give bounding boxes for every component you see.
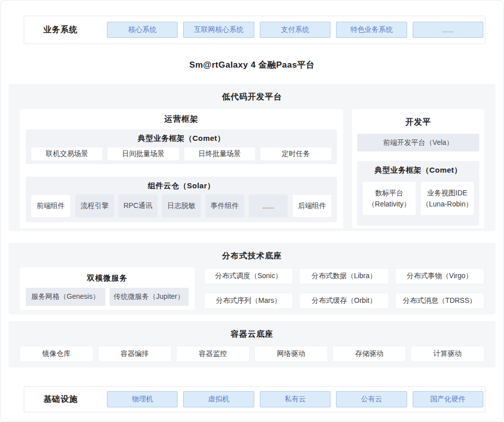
card-relativity-code: （Relativity）	[368, 198, 411, 209]
comet-framework-title: 典型业务框架（Comet）	[31, 129, 332, 143]
architecture-diagram-page: 业务系统 核心系统 互联网核心系统 支付系统 特色业务系统 ...... Sm@…	[0, 0, 504, 422]
component-backend[interactable]: 后端组件	[292, 194, 332, 218]
scenario-scheduled-task[interactable]: 定时任务	[260, 147, 332, 161]
business-system-special[interactable]: 特色业务系统	[336, 22, 407, 38]
card-ide-name: 业务视图IDE	[427, 187, 467, 198]
network-driver[interactable]: 网络驱动	[254, 346, 328, 362]
distributed-services-grid: 分布式调度（Sonic） 分布式数据（Libra） 分布式事物（Virgo） 分…	[204, 268, 484, 310]
distributed-message-tdrss[interactable]: 分布式消息（TDRSS）	[395, 293, 484, 309]
infrastructure-label: 基础设施	[43, 394, 78, 405]
dev-platform-box: 开发平 前端开发平台（Vela） 典型业务框架（Comet） 数标平台 （Rel…	[352, 109, 484, 228]
distributed-sequence-mars[interactable]: 分布式序列（Mars）	[204, 293, 293, 309]
solar-component-section: 组件云仓（Solar） 前端组件 流程引擎 RPC通讯 日志脱敏 事件组件 ..…	[26, 177, 337, 222]
business-systems-label: 业务系统	[43, 25, 78, 35]
infra-public-cloud[interactable]: 公有云	[336, 391, 407, 407]
dev-comet-section: 典型业务框架（Comet） 数标平台 （Relativity） 业务视图IDE …	[357, 161, 479, 226]
scenario-daytime-batch[interactable]: 日间批量场景	[107, 147, 179, 161]
lowcode-platform-title: 低代码开发平台	[20, 84, 484, 102]
business-systems-buttons: 核心系统 互联网核心系统 支付系统 特色业务系统 ......	[107, 22, 483, 38]
infrastructure-buttons: 物理机 虚拟机 私有云 公有云 国产化硬件	[107, 391, 483, 407]
distributed-base-panel: 分布式技术底座 双模微服务 服务网格（Genesis） 传统微服务（Jupite…	[9, 243, 495, 314]
comet-framework-items: 联机交易场景 日间批量场景 日终批量场景 定时任务	[31, 147, 332, 161]
card-business-view-ide[interactable]: 业务视图IDE （Luna-Robin）	[420, 181, 474, 216]
compute-driver[interactable]: 计算驱动	[411, 346, 484, 362]
solar-component-items: 前端组件 流程引擎 RPC通讯 日志脱敏 事件组件 ...... 后端组件	[31, 194, 332, 218]
scenario-endofday-batch[interactable]: 日终批量场景	[184, 147, 256, 161]
page-title: Sm@rtGalaxy 4 金融Paas平台	[1, 59, 503, 71]
card-ide-code: （Luna-Robin）	[422, 198, 472, 209]
ops-framework-box: 运营框架 典型业务框架（Comet） 联机交易场景 日间批量场景 日终批量场景 …	[20, 109, 343, 228]
component-event[interactable]: 事件组件	[205, 194, 244, 218]
distributed-base-body: 双模微服务 服务网格（Genesis） 传统微服务（Jupiter） 分布式调度…	[20, 268, 484, 310]
dual-mode-title: 双模微服务	[26, 268, 189, 283]
component-frontend[interactable]: 前端组件	[31, 194, 71, 218]
component-rpc[interactable]: RPC通讯	[119, 194, 157, 218]
scenario-online-trade[interactable]: 联机交易场景	[31, 147, 103, 161]
infra-virtual-machine[interactable]: 虚拟机	[183, 391, 254, 407]
distributed-data-libra[interactable]: 分布式数据（Libra）	[299, 268, 388, 284]
business-system-payment[interactable]: 支付系统	[260, 22, 330, 38]
service-mesh-genesis[interactable]: 服务网格（Genesis）	[26, 288, 105, 306]
dev-comet-title: 典型业务框架（Comet）	[362, 161, 474, 175]
image-registry[interactable]: 镜像仓库	[20, 346, 93, 362]
component-workflow-engine[interactable]: 流程引擎	[75, 194, 114, 218]
business-system-internet-core[interactable]: 互联网核心系统	[183, 22, 254, 38]
infra-domestic-hardware[interactable]: 国产化硬件	[413, 391, 483, 407]
card-relativity-platform[interactable]: 数标平台 （Relativity）	[362, 181, 416, 216]
container-monitoring[interactable]: 容器监控	[176, 346, 250, 362]
traditional-microservice-jupiter[interactable]: 传统微服务（Jupiter）	[109, 288, 189, 306]
container-base-panel: 容器云底座 镜像仓库 容器编排 容器监控 网络驱动 存储驱动 计算驱动	[9, 321, 495, 367]
distributed-cache-orbit[interactable]: 分布式缓存（Orbit）	[299, 293, 388, 309]
ops-framework-title: 运营框架	[26, 109, 337, 125]
dev-platform-title: 开发平	[357, 109, 479, 128]
dual-mode-items: 服务网格（Genesis） 传统微服务（Jupiter）	[26, 288, 189, 306]
distributed-transaction-virgo[interactable]: 分布式事物（Virgo）	[395, 268, 484, 284]
dual-mode-microservice-box: 双模微服务 服务网格（Genesis） 传统微服务（Jupiter）	[20, 268, 195, 310]
component-more[interactable]: ......	[249, 194, 288, 218]
component-log-masking[interactable]: 日志脱敏	[162, 194, 201, 218]
business-system-more[interactable]: ......	[413, 22, 483, 38]
card-relativity-name: 数标平台	[375, 187, 403, 198]
lowcode-platform-panel: 低代码开发平台 运营框架 典型业务框架（Comet） 联机交易场景 日间批量场景…	[9, 84, 495, 231]
dev-comet-cards: 数标平台 （Relativity） 业务视图IDE （Luna-Robin）	[362, 181, 474, 216]
container-base-title: 容器云底座	[20, 321, 484, 340]
distributed-scheduler-sonic[interactable]: 分布式调度（Sonic）	[204, 268, 293, 284]
comet-framework-section: 典型业务框架（Comet） 联机交易场景 日间批量场景 日终批量场景 定时任务	[26, 129, 337, 164]
business-system-core[interactable]: 核心系统	[107, 22, 178, 38]
container-orchestration[interactable]: 容器编排	[98, 346, 172, 362]
infra-private-cloud[interactable]: 私有云	[260, 391, 330, 407]
frontend-dev-platform-vela[interactable]: 前端开发平台（Vela）	[357, 134, 479, 151]
lowcode-platform-body: 运营框架 典型业务框架（Comet） 联机交易场景 日间批量场景 日终批量场景 …	[20, 109, 484, 228]
container-base-items: 镜像仓库 容器编排 容器监控 网络驱动 存储驱动 计算驱动	[20, 346, 484, 362]
infra-physical-machine[interactable]: 物理机	[107, 391, 178, 407]
solar-component-title: 组件云仓（Solar）	[31, 177, 332, 191]
business-systems-row: 业务系统 核心系统 互联网核心系统 支付系统 特色业务系统 ......	[24, 16, 485, 44]
distributed-base-title: 分布式技术底座	[20, 243, 484, 261]
storage-driver[interactable]: 存储驱动	[332, 346, 406, 362]
infrastructure-row: 基础设施 物理机 虚拟机 私有云 公有云 国产化硬件	[24, 386, 485, 412]
